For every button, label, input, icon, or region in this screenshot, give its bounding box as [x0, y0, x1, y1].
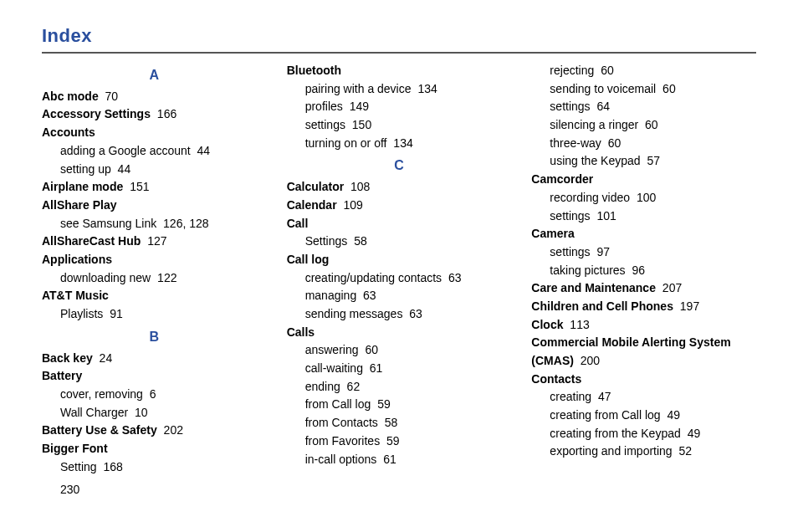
calls-rejecting-label: rejecting — [550, 64, 594, 77]
contacts-from-keypad: creating from the Keypad 49 — [531, 425, 756, 443]
allshare-see-samsung-link-page: 126, 128 — [160, 217, 208, 230]
contacts-export-import-label: exporting and importing — [550, 444, 672, 458]
back-key: Back key 24 — [42, 350, 267, 368]
accounts-label: Accounts — [42, 125, 95, 139]
airplane-mode-page: 151 — [126, 180, 149, 193]
camera-taking-pictures-page: 96 — [629, 263, 645, 277]
applications: Applications — [42, 251, 267, 269]
camcorder-recording: recording video 100 — [531, 189, 756, 207]
allsharecast-hub-page: 127 — [144, 234, 166, 248]
abc-mode-label: Abc mode — [42, 90, 99, 103]
contacts-creating: creating 47 — [531, 388, 756, 407]
cmas: Commercial Mobile Alerting System (CMAS)… — [531, 334, 756, 370]
children-cell-phones-page: 197 — [677, 299, 699, 313]
contacts-from-keypad-label: creating from the Keypad — [550, 427, 680, 440]
contacts-from-keypad-page: 49 — [684, 427, 700, 440]
clock-label: Clock — [531, 318, 563, 331]
battery-cover-removing-label: cover, removing — [60, 387, 143, 401]
calls-three-way-page: 60 — [605, 136, 621, 150]
calls-voicemail-page: 60 — [659, 82, 675, 95]
calls-ending: ending 62 — [287, 378, 512, 396]
battery-use-safety: Battery Use & Safety 202 — [42, 422, 267, 440]
page-title: Index — [42, 25, 756, 47]
calls-settings-page: 64 — [594, 100, 610, 113]
bluetooth-label: Bluetooth — [287, 64, 341, 77]
contacts-label: Contacts — [531, 372, 581, 386]
call-log-managing: managing 63 — [287, 287, 512, 305]
call-log-messages: sending messages 63 — [287, 305, 512, 324]
call-log-contacts-label: creating/updating contacts — [305, 271, 442, 284]
applications-downloading-new-label: downloading new — [60, 271, 151, 284]
bluetooth: Bluetooth — [287, 62, 512, 80]
calls-from-favorites: from Favorites 59 — [287, 432, 512, 451]
allsharecast-hub: AllShareCast Hub 127 — [42, 233, 267, 251]
calendar-label: Calendar — [287, 198, 337, 212]
bluetooth-pairing-label: pairing with a device — [305, 82, 412, 95]
allshare-see-samsung-link-label: see Samsung Link — [60, 217, 156, 230]
calls-voicemail-label: sending to voicemail — [550, 82, 656, 95]
applications-downloading-new-page: 122 — [154, 271, 176, 284]
calls-call-waiting-page: 61 — [366, 361, 382, 375]
contacts-export-import: exporting and importing 52 — [531, 442, 756, 461]
calls-from-call-log: from Call log 59 — [287, 396, 512, 414]
camera: Camera — [531, 225, 756, 243]
calls-from-contacts-label: from Contacts — [305, 416, 378, 429]
accounts-setting-up-label: setting up — [60, 162, 111, 176]
accessory-settings-page: 166 — [154, 107, 176, 120]
calls-silencing-ringer-page: 60 — [642, 118, 657, 131]
camcorder-settings-label: settings — [550, 209, 590, 223]
back-key-page: 24 — [96, 351, 112, 365]
calls-three-way-label: three-way — [550, 136, 601, 150]
calls-from-contacts: from Contacts 58 — [287, 414, 512, 432]
camcorder-recording-label: recording video — [550, 191, 630, 204]
battery-cover-removing-page: 6 — [146, 387, 156, 401]
bluetooth-toggle-page: 134 — [390, 136, 412, 150]
bigger-font: Bigger Font — [42, 440, 267, 458]
allshare-play: AllShare Play — [42, 197, 267, 215]
calls-settings: settings 64 — [531, 98, 756, 116]
bluetooth-toggle: turning on or off 134 — [287, 135, 512, 153]
calls-from-contacts-page: 58 — [381, 416, 397, 429]
calls-answering-page: 60 — [362, 343, 378, 356]
clock: Clock 113 — [531, 316, 756, 335]
bluetooth-toggle-label: turning on or off — [305, 136, 387, 150]
bluetooth-pairing-page: 134 — [415, 82, 437, 95]
children-cell-phones-label: Children and Cell Phones — [531, 299, 673, 313]
calls-from-call-log-page: 59 — [374, 397, 390, 411]
camcorder-settings-page: 101 — [594, 209, 616, 223]
clock-page: 113 — [566, 318, 589, 331]
contacts: Contacts — [531, 371, 756, 389]
calls-in-call-options-label: in-call options — [305, 453, 377, 466]
bigger-font-setting: Setting 168 — [42, 458, 267, 477]
airplane-mode-label: Airplane mode — [42, 180, 123, 193]
calls-in-call-options-page: 61 — [380, 453, 396, 466]
cmas-label: Commercial Mobile Alerting System (CMAS) — [531, 335, 730, 367]
camcorder-recording-page: 100 — [633, 191, 656, 204]
calendar: Calendar 109 — [287, 197, 512, 215]
camera-settings-page: 97 — [594, 245, 610, 258]
call-log-managing-page: 63 — [360, 289, 376, 302]
camera-settings-label: settings — [550, 245, 590, 258]
bluetooth-pairing: pairing with a device 134 — [287, 80, 512, 99]
accounts-add-google-page: 44 — [194, 144, 210, 157]
bluetooth-profiles-page: 149 — [346, 100, 369, 113]
care-maintenance: Care and Maintenance 207 — [531, 279, 756, 298]
accounts-add-google: adding a Google account 44 — [42, 142, 267, 161]
contacts-from-call-log-label: creating from Call log — [550, 408, 660, 422]
calls-from-favorites-label: from Favorites — [305, 434, 380, 448]
allsharecast-hub-label: AllShareCast Hub — [42, 234, 141, 248]
calls-keypad: using the Keypad 57 — [531, 152, 756, 171]
section-a: A — [42, 65, 267, 86]
airplane-mode: Airplane mode 151 — [42, 178, 267, 197]
call-settings-label: Settings — [305, 234, 348, 248]
accounts-add-google-label: adding a Google account — [60, 144, 191, 157]
battery-use-safety-page: 202 — [161, 423, 183, 437]
contacts-creating-label: creating — [550, 390, 591, 403]
accounts-setting-up-page: 44 — [115, 162, 130, 176]
care-maintenance-label: Care and Maintenance — [531, 281, 656, 294]
calls-from-call-log-label: from Call log — [305, 397, 371, 411]
index-col-3: rejecting 60sending to voicemail 60setti… — [531, 62, 756, 499]
index-col-2: Bluetoothpairing with a device 134profil… — [287, 62, 512, 499]
camera-taking-pictures-label: taking pictures — [550, 263, 625, 277]
call-log-managing-label: managing — [305, 289, 357, 302]
